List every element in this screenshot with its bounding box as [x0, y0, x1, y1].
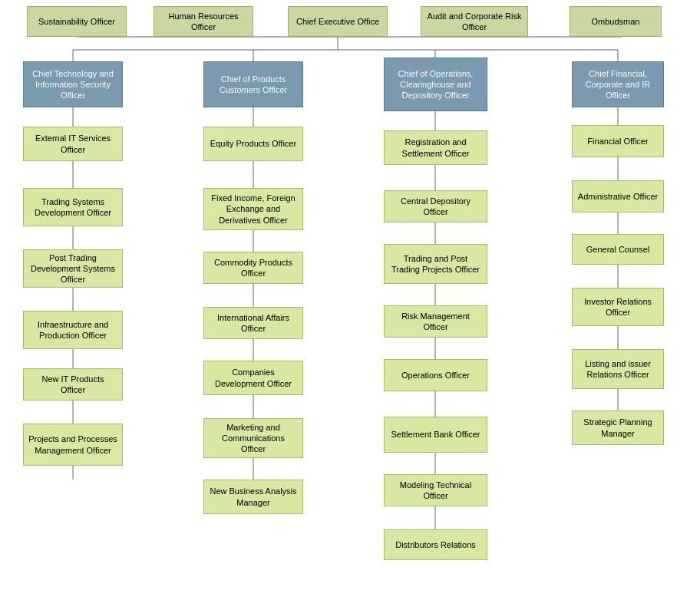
node-ppm: Projects and Processes Management Office…: [23, 424, 123, 466]
node-codev: Companies Development Officer: [203, 361, 303, 395]
node-genco: General Counsel: [572, 234, 664, 265]
node-cpc: Chief of Products Customers Officer: [203, 61, 303, 107]
node-tsd: Trading Systems Development Officer: [23, 188, 123, 226]
node-invrel: Investor Relations Officer: [572, 288, 664, 326]
node-cdep: Central Depository Officer: [384, 190, 487, 223]
node-regsett: Registration and Settlement Officer: [384, 130, 487, 165]
node-nit: New IT Products Officer: [23, 368, 123, 401]
node-nbam: New Business Analysis Manager: [203, 480, 303, 514]
node-ptd: Post Trading Development Systems Officer: [23, 249, 123, 288]
node-ops: Operations Officer: [384, 359, 487, 391]
node-settbank: Settlement Bank Officer: [384, 417, 487, 453]
node-hr: Human Resources Officer: [154, 6, 253, 37]
node-intaff: International Affairs Officer: [203, 307, 303, 339]
node-iap: Infraestructure and Production Officer: [23, 311, 123, 349]
node-audit: Audit and Corporate Risk Officer: [421, 6, 528, 37]
node-ceo: Chief Executive Office: [288, 6, 388, 37]
org-chart: Sustainability Officer Human Resources O…: [0, 0, 700, 600]
node-distr: Distributors Relations: [384, 529, 487, 560]
node-admoff: Administrative Officer: [572, 180, 664, 213]
node-mktcom: Marketing and Communications Officer: [203, 418, 303, 458]
node-cprod: Commodity Products Officer: [203, 252, 303, 284]
node-listreg: Listing and issuer Relations Officer: [572, 349, 664, 389]
node-finoff: Financial Officer: [572, 125, 664, 157]
node-fifx: Fixed Income, Foreign Exchange and Deriv…: [203, 188, 303, 230]
node-eits: External IT Services Officer: [23, 127, 123, 161]
node-sustainability: Sustainability Officer: [27, 6, 127, 37]
node-cto: Chief Technology and Information Securit…: [23, 61, 123, 107]
node-ombudsman: Ombudsman: [570, 6, 662, 37]
node-modtech: Modeling Technical Officer: [384, 474, 487, 506]
node-coc: Chief of Operations, Clearinghouse and D…: [384, 58, 487, 111]
node-eprod: Equity Products Officer: [203, 127, 303, 161]
node-cfc: Chief Financial, Corporate and IR Office…: [572, 61, 664, 107]
node-rmgmt: Risk Management Officer: [384, 305, 487, 338]
node-tptp: Trading and Post Trading Projects Office…: [384, 244, 487, 284]
node-stratplan: Strategic Planning Manager: [572, 410, 664, 445]
